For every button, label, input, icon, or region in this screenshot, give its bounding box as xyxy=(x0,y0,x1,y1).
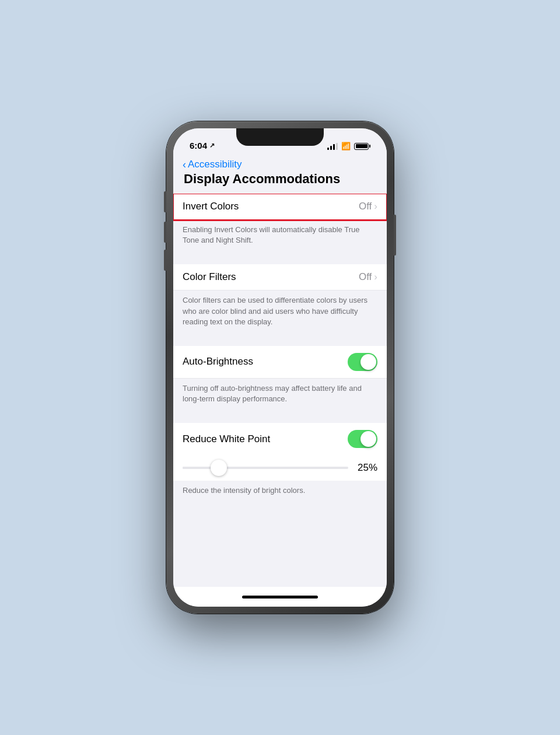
toggle-thumb-2 xyxy=(360,431,376,447)
invert-colors-label: Invert Colors xyxy=(183,201,239,212)
nav-header: ‹ Accessibility Display Accommodations xyxy=(173,154,387,194)
status-time: 6:04 ↗ xyxy=(190,141,215,150)
reduce-white-point-section: Reduce White Point 25% Reduce xyxy=(173,423,387,505)
separator-2 xyxy=(173,337,387,346)
time-label: 6:04 xyxy=(190,141,207,150)
slider-value-label: 25% xyxy=(354,462,377,474)
slider-row: 25% xyxy=(183,462,377,474)
content-area: Invert Colors Off › Enabling Invert Colo… xyxy=(173,194,387,587)
separator-3 xyxy=(173,414,387,423)
wifi-icon: 📶 xyxy=(341,142,351,150)
bottom-spacer xyxy=(173,506,387,587)
color-filters-footer: Color filters can be used to differentia… xyxy=(173,290,387,337)
color-filters-right: Off › xyxy=(359,271,377,283)
home-indicator xyxy=(173,587,387,607)
back-label: Accessibility xyxy=(188,159,242,170)
color-filters-chevron-icon: › xyxy=(374,271,377,283)
invert-colors-row[interactable]: Invert Colors Off › xyxy=(173,194,387,220)
location-icon: ↗ xyxy=(209,142,215,149)
reduce-white-point-row: Reduce White Point xyxy=(173,423,387,455)
reduce-white-point-toggle[interactable] xyxy=(348,430,377,448)
auto-brightness-toggle[interactable] xyxy=(348,353,377,371)
back-button[interactable]: ‹ Accessibility xyxy=(183,159,377,170)
auto-brightness-section: Auto-Brightness Turning off auto-brightn… xyxy=(173,346,387,414)
invert-colors-section: Invert Colors Off › Enabling Invert Colo… xyxy=(173,194,387,255)
phone-frame: 6:04 ↗ 📶 xyxy=(166,121,394,614)
signal-icon xyxy=(327,143,338,150)
invert-colors-footer: Enabling Invert Colors will automaticall… xyxy=(173,220,387,255)
invert-colors-value: Off xyxy=(359,201,372,212)
invert-colors-chevron-icon: › xyxy=(374,201,377,212)
auto-brightness-row: Auto-Brightness xyxy=(173,346,387,379)
auto-brightness-footer: Turning off auto-brightness may affect b… xyxy=(173,379,387,414)
separator-1 xyxy=(173,255,387,264)
reduce-white-point-footer: Reduce the intensity of bright colors. xyxy=(173,481,387,505)
color-filters-label: Color Filters xyxy=(183,271,236,283)
invert-colors-right: Off › xyxy=(359,201,377,212)
home-bar xyxy=(242,596,318,598)
battery-icon xyxy=(354,143,370,150)
reduce-white-point-label: Reduce White Point xyxy=(183,433,270,445)
color-filters-section: Color Filters Off › Color filters can be… xyxy=(173,264,387,337)
slider-track xyxy=(183,467,348,469)
color-filters-value: Off xyxy=(359,271,372,283)
phone-screen: 6:04 ↗ 📶 xyxy=(173,128,387,607)
color-filters-row[interactable]: Color Filters Off › xyxy=(173,264,387,290)
slider-thumb[interactable] xyxy=(211,460,227,476)
toggle-thumb xyxy=(360,354,376,370)
back-chevron-icon: ‹ xyxy=(183,159,186,170)
page-title: Display Accommodations xyxy=(183,172,377,187)
slider-container: 25% xyxy=(173,455,387,481)
status-icons: 📶 xyxy=(327,142,370,150)
auto-brightness-label: Auto-Brightness xyxy=(183,356,253,368)
notch xyxy=(236,128,324,146)
